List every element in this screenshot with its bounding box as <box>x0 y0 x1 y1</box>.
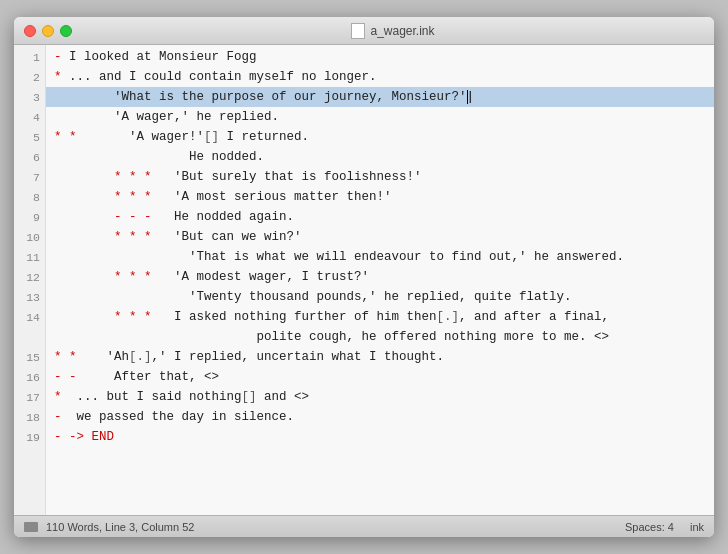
code-line-12: * * * 'A modest wager, I trust?' <box>46 267 714 287</box>
line-num-5: 5 <box>14 127 45 147</box>
editor[interactable]: 1 2 3 4 5 6 7 8 9 10 11 12 13 14 15 16 1… <box>14 45 714 515</box>
line-num-14: 14 <box>14 307 45 327</box>
code-line-2: * ... and I could contain myself no long… <box>46 67 714 87</box>
code-content[interactable]: - I looked at Monsieur Fogg * ... and I … <box>46 45 714 515</box>
code-line-7: * * * 'But surely that is foolishness!' <box>46 167 714 187</box>
marker-17: * <box>54 390 69 404</box>
line-num-2: 2 <box>14 67 45 87</box>
line-num-15: 15 <box>14 347 45 367</box>
code-line-4: 'A wager,' he replied. <box>46 107 714 127</box>
line-num-12: 12 <box>14 267 45 287</box>
code-line-6: He nodded. <box>46 147 714 167</box>
line-num-8: 8 <box>14 187 45 207</box>
code-area: 1 2 3 4 5 6 7 8 9 10 11 12 13 14 15 16 1… <box>14 45 714 515</box>
code-line-14b: polite cough, he offered nothing more to… <box>46 327 714 347</box>
words-info: 110 Words, Line 3, Column 52 <box>46 521 194 533</box>
line-num-17: 17 <box>14 387 45 407</box>
marker-9: - - - <box>114 210 159 224</box>
line-num-6: 6 <box>14 147 45 167</box>
line-num-1: 1 <box>14 47 45 67</box>
text-cursor: | <box>467 90 468 104</box>
file-type-label: ink <box>690 521 704 533</box>
maximize-button[interactable] <box>60 25 72 37</box>
code-line-5: * * 'A wager!'[] I returned. <box>46 127 714 147</box>
code-line-1: - I looked at Monsieur Fogg <box>46 47 714 67</box>
code-line-11: 'That is what we will endeavour to find … <box>46 247 714 267</box>
marker-18: - <box>54 410 69 424</box>
marker-16: - - <box>54 370 92 384</box>
marker-19: - <box>54 430 69 444</box>
marker-1: - <box>54 50 69 64</box>
code-line-16: - - After that, <> <box>46 367 714 387</box>
marker-10: * * * <box>114 230 159 244</box>
code-line-9: - - - He nodded again. <box>46 207 714 227</box>
marker-12: * * * <box>114 270 159 284</box>
code-line-18: - we passed the day in silence. <box>46 407 714 427</box>
marker-15: * * <box>54 350 92 364</box>
statusbar: 110 Words, Line 3, Column 52 Spaces: 4 i… <box>14 515 714 537</box>
line-num-19: 19 <box>14 427 45 447</box>
status-left: 110 Words, Line 3, Column 52 <box>24 521 194 533</box>
line-num-3: 3 <box>14 87 45 107</box>
editor-window: a_wager.ink 1 2 3 4 5 6 7 8 9 10 11 12 1… <box>14 17 714 537</box>
line-num-9: 9 <box>14 207 45 227</box>
title-area: a_wager.ink <box>82 23 704 39</box>
spaces-info: Spaces: 4 <box>625 521 674 533</box>
file-type-icon <box>24 522 38 532</box>
code-line-10: * * * 'But can we win?' <box>46 227 714 247</box>
code-line-17: * ... but I said nothing[] and <> <box>46 387 714 407</box>
marker-8: * * * <box>114 190 159 204</box>
window-title: a_wager.ink <box>370 24 434 38</box>
marker-7: * * * <box>114 170 159 184</box>
close-button[interactable] <box>24 25 36 37</box>
marker-14: * * * <box>114 310 159 324</box>
traffic-lights <box>24 25 72 37</box>
line-num-7: 7 <box>14 167 45 187</box>
marker-5: * * <box>54 130 92 144</box>
minimize-button[interactable] <box>42 25 54 37</box>
line-num-18: 18 <box>14 407 45 427</box>
line-numbers: 1 2 3 4 5 6 7 8 9 10 11 12 13 14 15 16 1… <box>14 45 46 515</box>
code-line-8: * * * 'A most serious matter then!' <box>46 187 714 207</box>
line-num-10: 10 <box>14 227 45 247</box>
line-num-14b <box>14 327 45 347</box>
file-icon <box>351 23 365 39</box>
line-num-16: 16 <box>14 367 45 387</box>
marker-2: * <box>54 70 69 84</box>
status-right: Spaces: 4 ink <box>625 521 704 533</box>
titlebar: a_wager.ink <box>14 17 714 45</box>
code-line-15: * * 'Ah[.],' I replied, uncertain what I… <box>46 347 714 367</box>
line-num-11: 11 <box>14 247 45 267</box>
code-line-14: * * * I asked nothing further of him the… <box>46 307 714 327</box>
code-line-3: 'What is the purpose of our journey, Mon… <box>46 87 714 107</box>
code-line-19: - -> END <box>46 427 714 447</box>
line-num-13: 13 <box>14 287 45 307</box>
line-num-4: 4 <box>14 107 45 127</box>
code-line-13: 'Twenty thousand pounds,' he replied, qu… <box>46 287 714 307</box>
